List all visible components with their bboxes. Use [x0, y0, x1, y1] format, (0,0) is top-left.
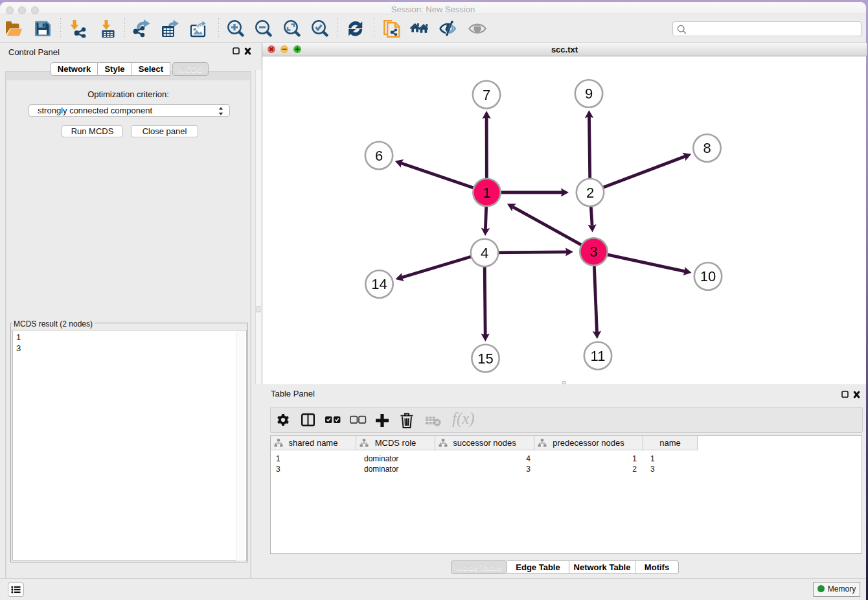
svg-text:6: 6: [375, 148, 383, 164]
svg-text:1: 1: [483, 185, 490, 201]
svg-text:11: 11: [591, 348, 606, 364]
svg-text:4: 4: [481, 245, 488, 261]
svg-text:15: 15: [477, 351, 493, 367]
svg-text:2: 2: [586, 185, 594, 201]
svg-text:10: 10: [700, 268, 716, 284]
svg-text:8: 8: [703, 140, 711, 156]
svg-text:7: 7: [483, 87, 490, 103]
svg-text:14: 14: [371, 276, 387, 292]
svg-text:3: 3: [589, 244, 597, 260]
svg-text:9: 9: [585, 86, 593, 102]
